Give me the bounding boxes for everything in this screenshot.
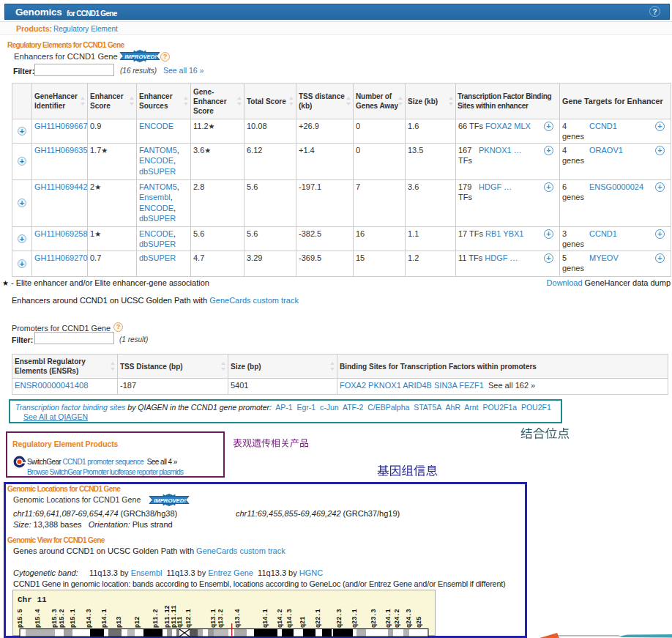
svg-text:q24.3: q24.3 (406, 609, 413, 628)
svg-text:p14.3: p14.3 (86, 609, 93, 628)
svg-text:IMPROVED!: IMPROVED! (124, 53, 157, 60)
svg-text:q11: q11 (176, 617, 184, 628)
svg-text:q24.1: q24.1 (385, 609, 392, 628)
svg-text:IMPROVED!: IMPROVED! (154, 497, 186, 504)
svg-text:q12.1: q12.1 (185, 609, 193, 628)
svg-text:q14.1: q14.1 (262, 609, 269, 628)
svg-text:q25: q25 (416, 617, 423, 628)
svg-text:p15.5: p15.5 (17, 609, 24, 628)
svg-text:p12: p12 (134, 617, 141, 628)
svg-text:q22.1: q22.1 (315, 609, 322, 628)
svg-text:p15.1: p15.1 (70, 609, 77, 628)
svg-text:p13: p13 (116, 617, 123, 628)
svg-text:q23.3: q23.3 (370, 609, 378, 628)
svg-text:q14.2: q14.2 (277, 609, 284, 628)
svg-text:q13.1: q13.1 (210, 609, 217, 628)
svg-text:q14.3: q14.3 (286, 609, 294, 628)
svg-text:q23.1: q23.1 (351, 609, 359, 628)
svg-text:q22.3: q22.3 (336, 609, 343, 628)
svg-text:q24.2: q24.2 (394, 609, 401, 628)
svg-text:p11.2: p11.2 (152, 609, 160, 628)
svg-text:p14.1: p14.1 (101, 609, 108, 628)
svg-text:p15.3: p15.3 (51, 609, 59, 628)
svg-text:p15.2: p15.2 (59, 609, 66, 628)
svg-text:q13.4: q13.4 (234, 609, 242, 628)
svg-text:p15.4: p15.4 (34, 609, 42, 628)
svg-text:q21: q21 (299, 617, 307, 628)
svg-text:Chr 11: Chr 11 (18, 596, 47, 604)
svg-text:q13.2: q13.2 (217, 609, 225, 628)
